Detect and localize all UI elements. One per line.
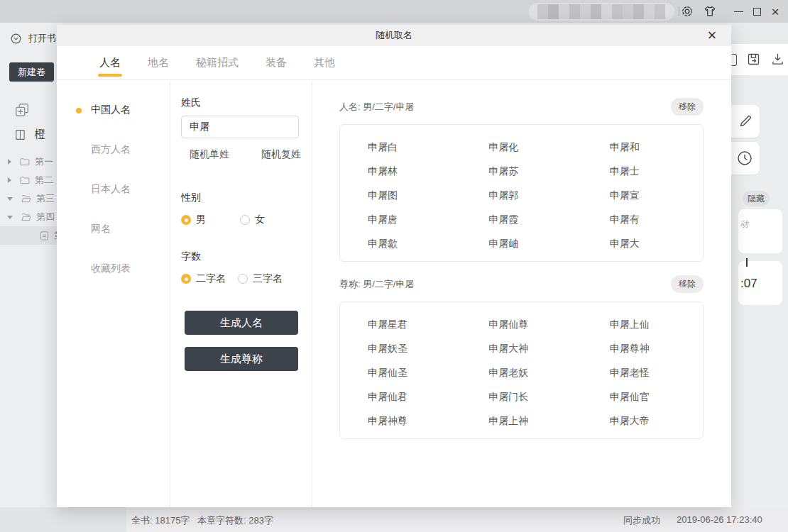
name-result[interactable]: 申屠仙尊 [461,312,581,336]
modal-close-icon[interactable]: × [703,26,721,45]
random-single-surname-link[interactable]: 随机单姓 [190,148,229,161]
name-result[interactable]: 申屠老妖 [461,360,581,384]
statusbar-sidebar-segment [0,507,126,532]
name-result[interactable]: 申屠上仙 [582,312,703,336]
activity-card-partial[interactable]: 动 [738,209,782,253]
name-result[interactable]: 申屠唐 [340,207,461,231]
caret-down-icon[interactable] [7,216,13,219]
theme-shirt-icon[interactable] [702,4,718,19]
name-result[interactable]: 申屠仙君 [340,384,461,409]
current-book-row[interactable]: 橙 [14,128,45,141]
name-result[interactable]: 申屠化 [461,135,581,159]
modal-tabs: 人名 地名 秘籍招式 装备 其他 [57,46,731,80]
tab-skill-name[interactable]: 秘籍招式 [196,46,239,80]
sync-status: 同步成功 [623,514,660,527]
honorific-result-box: 申屠星君 申屠仙尊 申屠上仙 申屠妖圣 申屠大神 申屠尊神 申屠仙圣 申屠老妖 … [339,301,704,439]
name-result-box: 申屠白 申屠化 申屠和 申屠林 申屠苏 申屠士 申屠图 申屠郭 申屠宣 申屠唐 … [339,124,704,262]
name-result[interactable]: 申屠有 [582,207,703,231]
total-word-count: 全书: 18175字 [131,514,190,527]
add-chapter-icon[interactable] [14,102,30,118]
name-result[interactable]: 申屠岫 [461,231,581,255]
name-result[interactable]: 申屠大神 [461,336,581,360]
surname-label: 姓氏 [181,96,301,109]
hide-button[interactable]: 隐藏 [743,191,770,206]
radio-checked-icon [181,215,191,225]
name-result[interactable]: 申屠星君 [340,312,461,336]
save-icon[interactable] [746,52,761,67]
redacted-username [529,3,674,21]
gender-male-radio[interactable]: 男 [181,214,206,226]
name-result[interactable]: 申屠士 [582,159,703,183]
time-card-partial-text: :07 [740,277,757,291]
name-result[interactable]: 申屠门长 [461,384,581,409]
new-volume-button[interactable]: 新建卷 [9,62,54,82]
sync-timestamp: 2019-06-26 17:23:40 [677,514,762,525]
generate-name-button[interactable]: 生成人名 [185,311,298,335]
length-three-char-radio[interactable]: 三字名 [238,272,283,285]
name-result[interactable]: 申屠仙圣 [340,360,461,384]
nav-favorites-list[interactable]: 收藏列表 [57,262,170,302]
random-name-modal: 随机取名 × 人名 地名 秘籍招式 装备 其他 中国人名 西方人名 日本人名 网… [57,25,731,507]
name-category-nav: 中国人名 西方人名 日本人名 网名 收藏列表 [57,81,170,507]
result-section-header: 尊称: 男/二字/申屠 [339,278,414,291]
length-two-char-radio[interactable]: 二字名 [181,272,226,285]
titlebar[interactable]: × [0,0,788,23]
name-result[interactable]: 申屠林 [340,159,461,183]
name-result[interactable]: 申屠白 [340,135,461,159]
book-icon [14,128,26,141]
editor-top-strip [731,23,788,44]
open-book-label: 打开书 [28,32,56,45]
time-card-partial[interactable]: :07 [738,261,782,305]
tab-person-name[interactable]: 人名 [99,46,121,80]
name-result[interactable]: 申屠歙 [340,231,461,255]
gender-male-label: 男 [196,214,206,226]
remove-button[interactable]: 移除 [671,98,704,116]
tree-row-label: 第三 [36,192,55,205]
folder-open-icon [21,211,32,223]
download-icon[interactable] [770,52,785,67]
name-result[interactable]: 申屠仙官 [582,384,703,409]
time-card-cut-glyph [746,258,748,267]
name-result[interactable]: 申屠大帝 [582,409,703,433]
caret-right-icon[interactable] [8,177,11,183]
settings-gear-icon[interactable] [679,4,695,19]
gender-female-label: 女 [255,214,265,226]
tree-row-label: 第一 [35,155,53,168]
name-result[interactable]: 申屠苏 [461,159,581,183]
name-result[interactable]: 申屠郭 [461,183,581,207]
name-result[interactable]: 申屠和 [582,135,703,159]
nav-western-names[interactable]: 西方人名 [57,143,170,183]
nav-japanese-names[interactable]: 日本人名 [57,183,170,223]
gender-female-radio[interactable]: 女 [240,214,265,226]
caret-right-icon[interactable] [8,159,11,165]
name-result[interactable]: 申屠大 [582,231,703,255]
name-result[interactable]: 申屠妖圣 [340,336,461,360]
open-book-button[interactable]: 打开书 [10,32,56,45]
tab-equipment-name[interactable]: 装备 [266,46,287,80]
modal-header: 随机取名 × [57,25,731,46]
name-result[interactable]: 申屠宣 [582,183,703,207]
name-result[interactable]: 申屠老怪 [582,360,703,384]
nav-chinese-names[interactable]: 中国人名 [57,104,170,143]
name-result[interactable]: 申屠图 [340,183,461,207]
partial-toolbar-icon[interactable] [732,54,737,66]
nav-net-names[interactable]: 网名 [57,223,170,262]
surname-input[interactable] [181,116,299,138]
window-maximize-button[interactable] [747,0,767,23]
name-result[interactable]: 申屠上神 [461,409,581,433]
window-minimize-button[interactable] [728,0,748,23]
name-result[interactable]: 申屠尊神 [582,336,703,360]
generate-honorific-button[interactable]: 生成尊称 [185,347,298,371]
tab-place-name[interactable]: 地名 [148,46,169,80]
tree-row-label: 第二 [35,174,53,187]
document-icon [39,231,50,241]
clock-icon [736,150,753,167]
caret-down-icon[interactable] [7,197,13,201]
name-result[interactable]: 申屠神尊 [340,409,461,433]
name-result[interactable]: 申屠霞 [461,207,581,231]
window-close-button[interactable]: × [765,0,785,23]
tab-other-name[interactable]: 其他 [314,46,335,80]
remove-button[interactable]: 移除 [671,275,704,293]
name-generator-form: 姓氏 随机单姓 随机复姓 性别 男 女 字数 [170,81,312,507]
random-double-surname-link[interactable]: 随机复姓 [261,148,301,161]
